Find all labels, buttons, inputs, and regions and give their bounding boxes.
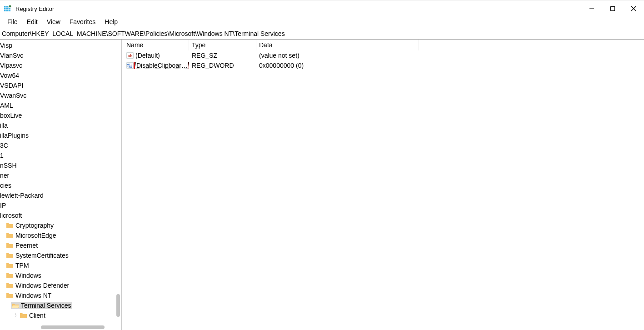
menu-help[interactable]: Help: [100, 17, 122, 26]
tree-item-label: lewlett-Packard: [0, 192, 44, 199]
folder-icon: [6, 242, 14, 249]
list-header[interactable]: Name Type Data: [122, 40, 644, 50]
title-bar: Registry Editor: [0, 0, 644, 17]
tree-item-label: MicrosoftEdge: [15, 232, 56, 239]
tree-item-label: 3C: [0, 142, 8, 149]
svg-marker-13: [6, 253, 13, 258]
list-row[interactable]: 011110DisableClipboar…REG_DWORD0x0000000…: [122, 60, 644, 70]
registry-tree[interactable]: VispVlanSvcVlpasvcVow64VSDAPIVwanSvcAMLb…: [0, 40, 121, 330]
tree-item[interactable]: VwanSvc: [0, 90, 121, 100]
folder-icon: [6, 272, 14, 279]
value-type-icon: ab: [126, 52, 134, 59]
tree-item-label: VSDAPI: [0, 82, 23, 89]
tree-item-label: nSSH: [0, 162, 17, 169]
tree-item-label: illa: [0, 122, 8, 129]
address-bar[interactable]: Computer\HKEY_LOCAL_MACHINE\SOFTWARE\Pol…: [0, 28, 644, 40]
svg-text:ab: ab: [128, 54, 133, 58]
tree-item[interactable]: AML: [0, 100, 121, 110]
tree-item[interactable]: IP: [0, 200, 121, 210]
list-row[interactable]: ab(Default)REG_SZ(value not set): [122, 50, 644, 60]
tree-item[interactable]: nSSH: [0, 160, 121, 170]
tree-item[interactable]: 〉Client: [0, 310, 121, 320]
tree-item[interactable]: Vow64: [0, 70, 121, 80]
tree-item[interactable]: illaPlugins: [0, 130, 121, 140]
tree-item[interactable]: Peernet: [0, 240, 121, 250]
folder-icon: [20, 312, 27, 319]
svg-marker-20: [20, 313, 27, 318]
tree-item-label: IP: [0, 202, 6, 209]
address-text: Computer\HKEY_LOCAL_MACHINE\SOFTWARE\Pol…: [2, 30, 285, 37]
svg-marker-10: [6, 223, 13, 228]
tree-item[interactable]: 1: [0, 150, 121, 160]
minimize-button[interactable]: [581, 0, 602, 17]
svg-marker-15: [6, 273, 13, 278]
tree-item[interactable]: VlanSvc: [0, 50, 121, 60]
tree-item-label: 1: [0, 152, 4, 159]
tree-item-label: SystemCertificates: [15, 252, 69, 259]
tree-item-label: Vlpasvc: [0, 62, 22, 69]
value-list-panel: Name Type Data ab(Default)REG_SZ(value n…: [122, 40, 644, 330]
main-split: VispVlanSvcVlpasvcVow64VSDAPIVwanSvcAMLb…: [0, 40, 644, 330]
tree-item[interactable]: Windows Defender: [0, 280, 121, 290]
menu-bar: File Edit View Favorites Help: [0, 17, 644, 28]
tree-item-label: Terminal Services: [21, 302, 71, 309]
tree-item-label: ner: [0, 172, 9, 179]
tree-item[interactable]: Vlpasvc: [0, 60, 121, 70]
tree-item-label: TPM: [15, 262, 29, 269]
close-button[interactable]: [623, 0, 644, 17]
header-name[interactable]: Name: [122, 40, 189, 50]
tree-item-label: Visp: [0, 42, 12, 49]
tree-item-label: AML: [0, 102, 13, 109]
value-name: DisableClipboar…: [135, 62, 189, 69]
menu-edit[interactable]: Edit: [22, 17, 42, 26]
svg-rect-7: [611, 7, 615, 11]
value-data: 0x00000000 (0): [256, 62, 419, 69]
value-type-icon: 011110: [126, 62, 134, 69]
tree-item-label: VlanSvc: [0, 52, 23, 59]
tree-item[interactable]: lewlett-Packard: [0, 190, 121, 200]
tree-item[interactable]: ner: [0, 170, 121, 180]
svg-marker-14: [6, 263, 13, 268]
tree-item[interactable]: 3C: [0, 140, 121, 150]
tree-item[interactable]: TPM: [0, 260, 121, 270]
tree-horizontal-scrollbar[interactable]: [41, 325, 105, 329]
tree-item[interactable]: MicrosoftEdge: [0, 230, 121, 240]
tree-item[interactable]: cies: [0, 180, 121, 190]
tree-item[interactable]: boxLive: [0, 110, 121, 120]
tree-item[interactable]: Windows: [0, 270, 121, 280]
tree-item[interactable]: licrosoft: [0, 210, 121, 220]
menu-view[interactable]: View: [42, 17, 65, 26]
svg-marker-19: [12, 305, 19, 308]
tree-item[interactable]: illa: [0, 120, 121, 130]
tree-item-label: illaPlugins: [0, 132, 29, 139]
tree-item[interactable]: Terminal Services: [0, 300, 121, 310]
tree-item[interactable]: Windows NT: [0, 290, 121, 300]
folder-icon: [6, 292, 14, 299]
tree-item-label: Windows NT: [15, 292, 51, 299]
folder-icon: [6, 282, 14, 289]
svg-point-5: [9, 5, 11, 8]
folder-icon: [6, 222, 14, 229]
menu-file[interactable]: File: [3, 17, 22, 26]
svg-marker-12: [6, 243, 13, 248]
tree-item-label: Client: [29, 312, 45, 319]
header-type[interactable]: Type: [189, 40, 256, 50]
svg-text:110: 110: [127, 66, 132, 69]
menu-favorites[interactable]: Favorites: [65, 17, 100, 26]
value-data: (value not set): [256, 52, 419, 59]
tree-item[interactable]: Visp: [0, 40, 121, 50]
tree-item[interactable]: VSDAPI: [0, 80, 121, 90]
tree-item[interactable]: SystemCertificates: [0, 250, 121, 260]
tree-vertical-scrollbar[interactable]: [116, 294, 120, 317]
chevron-right-icon[interactable]: 〉: [14, 312, 20, 319]
header-data[interactable]: Data: [256, 40, 419, 50]
tree-item-label: Windows Defender: [15, 282, 69, 289]
tree-item[interactable]: Cryptography: [0, 220, 121, 230]
value-type: REG_SZ: [189, 52, 256, 59]
folder-icon: [6, 262, 14, 269]
tree-item-label: licrosoft: [0, 212, 22, 219]
tree-item-label: Peernet: [15, 242, 38, 249]
tree-item-label: Vow64: [0, 72, 19, 79]
tree-item-label: VwanSvc: [0, 92, 26, 99]
maximize-button[interactable]: [602, 0, 623, 17]
